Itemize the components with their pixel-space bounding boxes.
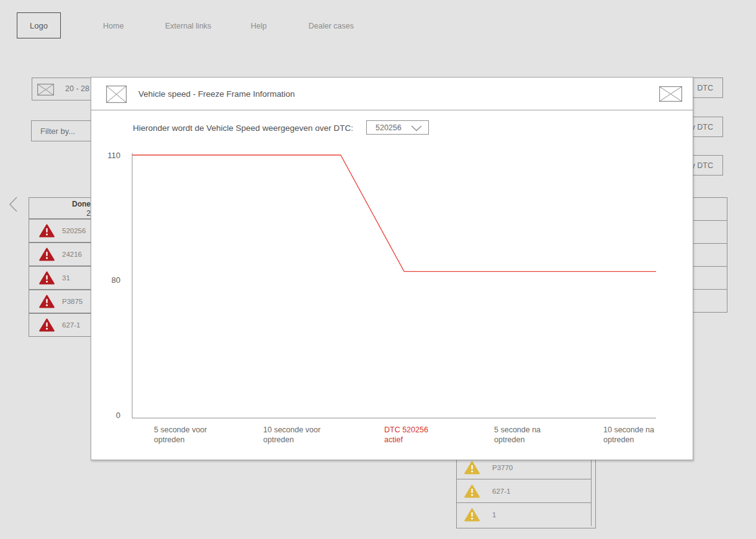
dtc-code: 627-1 bbox=[492, 488, 510, 495]
warning-icon bbox=[464, 484, 480, 498]
dtc-code: P3770 bbox=[492, 464, 513, 471]
x-axis-tick-label: 5 seconde voor optreden bbox=[154, 425, 253, 445]
y-axis-tick-label: 80 bbox=[91, 275, 120, 285]
y-axis-tick-label: 0 bbox=[91, 411, 120, 420]
dtc-list-item[interactable]: 627-1 bbox=[29, 313, 93, 337]
chevron-left-icon[interactable] bbox=[7, 195, 20, 214]
done-panel-count: 2 bbox=[29, 209, 91, 218]
error-icon bbox=[39, 224, 55, 238]
warning-icon bbox=[464, 461, 480, 474]
y-axis-tick-label: 110 bbox=[91, 151, 120, 160]
x-axis-tick-label: 5 seconde na optreden bbox=[494, 425, 593, 445]
dtc-code: P3875 bbox=[62, 298, 83, 305]
dtc-list-item[interactable]: 31 bbox=[29, 266, 93, 290]
dtc-list-item[interactable]: 520256 bbox=[29, 219, 93, 243]
dtc-list-item[interactable]: 1 bbox=[457, 502, 591, 526]
error-icon bbox=[39, 295, 55, 308]
dtc-list-item[interactable]: 24216 bbox=[29, 243, 93, 266]
nav-item-home[interactable]: Home bbox=[103, 22, 124, 30]
x-axis-tick-label: 10 seconde voor optreden bbox=[263, 425, 362, 445]
chart-svg bbox=[91, 78, 694, 461]
done-panel-header: Done 2 bbox=[29, 197, 93, 219]
freeze-frame-modal: Vehicle speed - Freeze Frame Information… bbox=[91, 77, 693, 460]
image-placeholder-icon bbox=[37, 84, 54, 96]
nav-item-external-links[interactable]: External links bbox=[165, 22, 211, 30]
x-axis-tick-label-active-dtc: DTC 520256 actief bbox=[384, 425, 484, 445]
dtc-code: 1 bbox=[492, 511, 496, 519]
error-icon bbox=[39, 271, 55, 285]
dtc-list-item[interactable]: 627-1 bbox=[457, 479, 591, 502]
range-label: 20 - 28 bbox=[65, 84, 89, 93]
filter-by-button[interactable]: Filter by... bbox=[31, 120, 93, 141]
nav-item-help[interactable]: Help bbox=[251, 22, 267, 30]
chart-axes bbox=[132, 153, 656, 418]
error-icon bbox=[39, 318, 55, 332]
error-icon bbox=[39, 247, 55, 261]
dtc-code: 627-1 bbox=[62, 321, 80, 329]
dtc-code: 520256 bbox=[62, 227, 86, 234]
warning-icon bbox=[464, 508, 480, 522]
dtc-code: 24216 bbox=[62, 251, 82, 258]
dtc-list-item[interactable]: P3875 bbox=[29, 290, 93, 313]
vehicle-speed-line bbox=[132, 155, 656, 272]
done-panel-title: Done bbox=[29, 200, 91, 209]
logo[interactable]: Logo bbox=[17, 12, 61, 38]
dtc-code: 31 bbox=[62, 274, 70, 282]
page: Logo Home External links Help Dealer cas… bbox=[0, 0, 756, 539]
x-axis-tick-label: 10 seconde na optreden bbox=[603, 425, 703, 445]
nav-item-dealer-cases[interactable]: Dealer cases bbox=[308, 22, 354, 30]
